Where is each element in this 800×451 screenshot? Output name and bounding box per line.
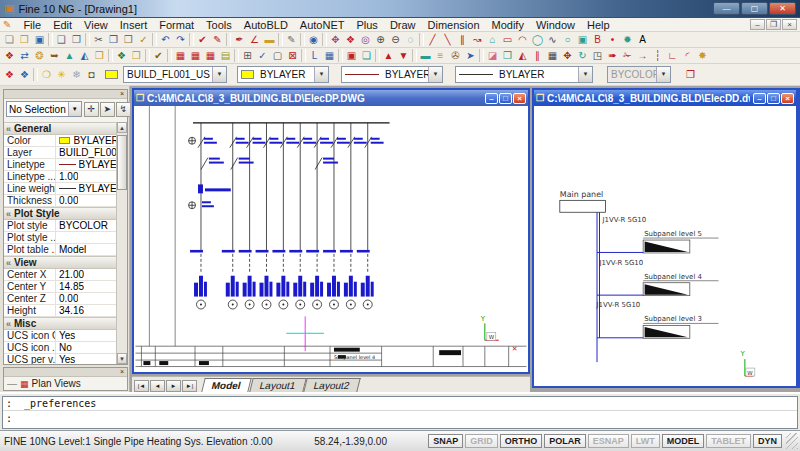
ortho-toggle[interactable]: ORTHO: [500, 434, 543, 448]
dyn-toggle[interactable]: DYN: [753, 434, 782, 448]
property-row[interactable]: Layer BUILD_FL001_: [4, 147, 116, 159]
pickadd-toggle-button[interactable]: ✛: [84, 102, 99, 117]
autobld-copy-icon[interactable]: ➥: [47, 49, 62, 63]
construction-line-icon[interactable]: ╲: [440, 33, 455, 47]
section-header-general[interactable]: « General: [4, 122, 116, 135]
property-row[interactable]: Line weight BYLAYER: [4, 183, 116, 195]
trim-icon[interactable]: ✁: [620, 49, 635, 63]
zoom-out-icon[interactable]: ⊖: [388, 33, 403, 47]
rotate-icon[interactable]: ↻: [575, 49, 590, 63]
sketch-icon[interactable]: ✎: [284, 33, 299, 47]
autobld-library-icon[interactable]: ❒: [92, 49, 107, 63]
menu-item[interactable]: AutoNET: [294, 19, 351, 31]
tab-layout2[interactable]: Layout2: [304, 378, 361, 392]
autobld-walls-icon[interactable]: ⇄: [17, 49, 32, 63]
copy-icon[interactable]: ❐: [106, 33, 121, 47]
menu-item[interactable]: Edit: [47, 19, 78, 31]
zoom-realtime-icon[interactable]: ◉: [306, 33, 321, 47]
model-toggle[interactable]: MODEL: [662, 434, 705, 448]
viewport-check-icon[interactable]: ✓: [255, 49, 270, 63]
folder-tool-icon[interactable]: ❒: [129, 49, 144, 63]
chevron-down-icon[interactable]: ▼: [212, 67, 226, 82]
property-row[interactable]: UCS icon ... No: [4, 342, 116, 354]
property-row[interactable]: Linetype BYLAYER: [4, 159, 116, 171]
grid-small-icon[interactable]: ▦: [322, 49, 337, 63]
mdi-restore-button[interactable]: ❐: [766, 19, 781, 30]
layer-freeze-icon[interactable]: ✳: [54, 68, 69, 82]
autobld-levels-icon[interactable]: ▲: [62, 49, 77, 63]
move-icon[interactable]: ✥: [560, 49, 575, 63]
esnap-toggle[interactable]: ESNAP: [588, 434, 629, 448]
chamfer-icon[interactable]: ∟: [665, 49, 680, 63]
palette-grip[interactable]: ×: [4, 368, 127, 377]
pen-icon[interactable]: ✒: [232, 33, 247, 47]
hatch-icon[interactable]: ✹: [620, 33, 635, 47]
menu-item[interactable]: Dimension: [422, 19, 486, 31]
menu-item[interactable]: Format: [153, 19, 200, 31]
properties-scrollbar[interactable]: ▲ ▼: [116, 122, 127, 364]
polygon-icon[interactable]: ⌂: [485, 33, 500, 47]
rectangle-icon[interactable]: ▭: [500, 33, 515, 47]
make-block-icon[interactable]: B: [590, 33, 605, 47]
maximize-button[interactable]: ▢: [741, 2, 768, 15]
window-titlebar[interactable]: ❒ C:\4M\CALC\8_3_BUILDING.BLD\ElecDP.DWG…: [134, 90, 528, 106]
property-row[interactable]: Height 34.16: [4, 305, 116, 317]
menu-item[interactable]: Tools: [200, 19, 238, 31]
quick-select-button[interactable]: ↯: [116, 102, 131, 117]
minimize-button[interactable]: –: [753, 93, 766, 104]
color-dropdown[interactable]: BYLAYER ▼: [237, 66, 329, 83]
copy-teal-icon[interactable]: ❏: [359, 49, 374, 63]
toolbar-options-icon[interactable]: ❐: [683, 68, 698, 82]
drawing-canvas-elecdd[interactable]: Main panel J1VV-R 5G10 J1VV-R 5G10 J1VV-…: [534, 106, 796, 386]
mdi-minimize-button[interactable]: –: [750, 19, 765, 30]
minimize-button[interactable]: –: [485, 93, 498, 104]
palette-close-icon[interactable]: ×: [117, 90, 127, 99]
scroll-up-icon[interactable]: ▲: [117, 122, 127, 133]
property-row[interactable]: Plot style ...: [4, 232, 116, 244]
property-row[interactable]: Center X 21.00: [4, 269, 116, 281]
maximize-button[interactable]: □: [499, 93, 512, 104]
drawing-organizer-icon[interactable]: ❖: [114, 49, 129, 63]
chevron-down-icon[interactable]: ▼: [68, 102, 81, 116]
menu-item[interactable]: Insert: [114, 19, 154, 31]
edit-markup-icon[interactable]: ✎: [210, 33, 225, 47]
scroll-down-icon[interactable]: ▼: [117, 353, 127, 364]
point-icon[interactable]: •: [605, 33, 620, 47]
fine-3d-icon[interactable]: ❖: [2, 68, 17, 82]
ruler-icon[interactable]: ▬: [262, 33, 277, 47]
zoom-in-icon[interactable]: ⊕: [373, 33, 388, 47]
pointer-tool-icon[interactable]: ➤: [463, 49, 478, 63]
plan-views-item[interactable]: — ▦ Plan Views: [4, 377, 127, 390]
select-objects-button[interactable]: ➤: [100, 102, 115, 117]
layers-icon[interactable]: ▬: [418, 49, 433, 63]
panel-grid1-icon[interactable]: ▦: [173, 49, 188, 63]
drawing-canvas-elecdp[interactable]: Y W ✕: [134, 106, 528, 372]
scrollbar-thumb[interactable]: [117, 135, 127, 190]
menu-item[interactable]: AutoBLD: [238, 19, 294, 31]
viewport-box-icon[interactable]: ▢: [270, 49, 285, 63]
tab-prev-button[interactable]: ◄: [150, 380, 165, 392]
menu-item[interactable]: Window: [530, 19, 581, 31]
palette-grip[interactable]: ×: [4, 90, 127, 99]
redo-icon[interactable]: ↷: [173, 33, 188, 47]
break-icon[interactable]: ┆: [650, 49, 665, 63]
property-row[interactable]: Plot style BYCOLOR: [4, 220, 116, 232]
zoom-window-icon[interactable]: ❖: [343, 33, 358, 47]
lineweight-dropdown[interactable]: BYLAYER ▼: [455, 66, 593, 83]
maximize-button[interactable]: □: [767, 93, 780, 104]
line-icon[interactable]: ╱: [425, 33, 440, 47]
selection-combo[interactable]: No Selection ▼: [6, 101, 82, 117]
layer-dropdown[interactable]: BUILD_FL001_US ▼: [123, 66, 227, 83]
erase-icon[interactable]: ◪: [485, 49, 500, 63]
layer-lock-icon[interactable]: ◘: [84, 68, 99, 82]
mirror-icon[interactable]: ◭: [515, 49, 530, 63]
property-row[interactable]: Center Y 14.85: [4, 281, 116, 293]
pan-icon[interactable]: ✥: [328, 33, 343, 47]
layer-viewport-icon[interactable]: ❄: [69, 68, 84, 82]
triangle-down-icon[interactable]: ▼: [396, 49, 411, 63]
mdi-close-button[interactable]: ×: [782, 19, 797, 30]
viewport-close-icon[interactable]: ⊠: [285, 49, 300, 63]
arc-icon[interactable]: ◠: [515, 33, 530, 47]
tools-icon[interactable]: ✇: [448, 49, 463, 63]
menu-item[interactable]: Modify: [486, 19, 530, 31]
